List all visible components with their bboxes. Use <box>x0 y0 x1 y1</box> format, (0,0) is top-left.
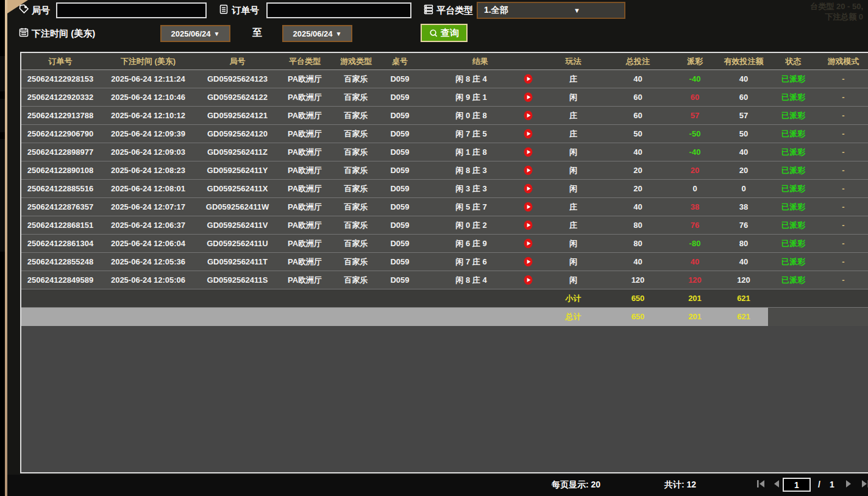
play-type-cell: 闲 <box>541 183 605 194</box>
table-no-cell: D059 <box>380 147 419 157</box>
prev-page-icon[interactable] <box>772 480 781 488</box>
play-icon[interactable] <box>523 275 533 285</box>
table-no-cell: D059 <box>380 111 419 120</box>
payout-cell: 57 <box>671 111 719 120</box>
pagination-bar: 每页显示: 20 共计: 12 / 1 <box>7 475 868 496</box>
platform-cell: PA欧洲厅 <box>278 202 332 213</box>
payout-cell: 60 <box>671 93 719 102</box>
per-page-label: 每页显示: 20 <box>552 480 600 491</box>
valid-bet-cell: 20 <box>719 166 768 175</box>
order-no-cell: 250624122855248 <box>21 257 99 266</box>
order-no-cell: 250624122928153 <box>21 74 99 83</box>
valid-bet-cell: 120 <box>719 275 768 285</box>
table-no-cell: D059 <box>380 93 419 102</box>
result-text: 闲 7 庄 5 <box>419 129 523 140</box>
game-mode-cell: - <box>819 111 868 120</box>
column-header: 游戏模式 <box>819 56 868 67</box>
game-type-cell: 百家乐 <box>332 275 380 286</box>
game-no-cell: GD05925624120 <box>197 129 278 138</box>
table-no-cell: D059 <box>380 239 419 248</box>
table-no-cell: D059 <box>380 257 419 266</box>
platform-cell: PA欧洲厅 <box>278 220 332 231</box>
game-no-cell: GD05925624122 <box>197 93 278 102</box>
game-mode-cell: - <box>819 184 868 193</box>
play-icon[interactable] <box>523 238 533 249</box>
payout-cell: 38 <box>671 202 719 211</box>
date-to-label: 至 <box>252 27 262 40</box>
result-text: 闲 0 庄 8 <box>419 110 523 121</box>
play-icon[interactable] <box>523 92 533 102</box>
payout-cell: 76 <box>671 221 719 230</box>
order-no-cell: 250624122868151 <box>21 221 99 230</box>
search-button[interactable]: 查询 <box>421 24 468 42</box>
game-mode-cell: - <box>819 257 868 266</box>
summary-payout: 201 <box>671 308 719 326</box>
game-no-cell: GD0592562411Y <box>197 166 278 175</box>
play-icon[interactable] <box>523 147 533 157</box>
date-to-picker[interactable]: 2025/06/24 ▼ <box>282 25 352 42</box>
result-text: 闲 8 庄 4 <box>419 74 523 85</box>
game-mode-cell: - <box>819 239 868 248</box>
platform-cell: PA欧洲厅 <box>278 74 332 85</box>
game-id-input[interactable] <box>56 2 207 18</box>
game-type-cell: 百家乐 <box>332 257 380 267</box>
payout-cell: 120 <box>671 275 719 285</box>
next-page-icon[interactable] <box>844 480 853 488</box>
last-page-icon[interactable] <box>861 480 868 488</box>
game-no-cell: GD0592562411S <box>197 275 278 285</box>
play-icon[interactable] <box>523 165 533 175</box>
play-icon[interactable] <box>523 202 533 212</box>
bet-time-cell: 2025-06-24 12:05:06 <box>99 275 197 285</box>
summary-label: 总计 <box>541 308 605 326</box>
status-cell: 已派彩 <box>768 257 819 267</box>
order-no-cell: 250624122885516 <box>21 184 99 193</box>
play-icon[interactable] <box>523 257 533 267</box>
result-text: 闲 0 庄 2 <box>419 220 523 231</box>
bet-time-cell: 2025-06-24 12:09:03 <box>99 147 197 157</box>
game-type-cell: 百家乐 <box>332 92 380 103</box>
column-header: 局号 <box>197 56 278 67</box>
game-no-cell: GD05925624123 <box>197 74 278 83</box>
order-no-cell: 250624122898977 <box>21 147 99 157</box>
order-no-cell: 250624122920332 <box>21 93 99 102</box>
date-from-picker[interactable]: 2025/06/24 ▼ <box>160 25 230 42</box>
app-window: 台类型 20 - 50, 下注总额 0 局号 订单号 平台类型 1.全部 ▼ <box>0 0 868 496</box>
result-cell: 闲 6 庄 9 <box>419 238 541 249</box>
bet-time-cell: 2025-06-24 12:07:17 <box>99 202 197 211</box>
play-type-cell: 庄 <box>541 74 605 85</box>
game-mode-cell: - <box>819 147 868 157</box>
platform-type-select[interactable]: 1.全部 ▼ <box>477 2 625 19</box>
status-cell: 已派彩 <box>768 147 819 158</box>
total-bet-cell: 40 <box>605 257 671 266</box>
summary-payout: 201 <box>671 294 719 303</box>
play-icon[interactable] <box>523 110 533 121</box>
calendar-icon <box>18 27 29 38</box>
valid-bet-cell: 0 <box>719 184 768 193</box>
valid-bet-cell: 76 <box>719 221 768 230</box>
summary-valid-bet: 621 <box>719 308 768 326</box>
column-header: 下注时间 (美东) <box>99 56 197 67</box>
total-bet-cell: 20 <box>605 184 671 193</box>
table-row: 2506241229137882025-06-24 12:10:12GD0592… <box>21 107 868 125</box>
play-type-cell: 闲 <box>541 275 605 286</box>
bet-time-cell: 2025-06-24 12:10:12 <box>99 111 197 120</box>
play-icon[interactable] <box>523 220 533 230</box>
result-text: 闲 9 庄 1 <box>419 92 523 103</box>
table-row: 2506241228763572025-06-24 12:07:17GD0592… <box>21 198 868 216</box>
play-type-cell: 庄 <box>541 202 605 213</box>
first-page-icon[interactable] <box>756 480 766 488</box>
table-empty-area <box>21 326 868 472</box>
play-icon[interactable] <box>523 74 533 84</box>
table-no-cell: D059 <box>380 275 419 285</box>
platform-type-label: 平台类型 <box>436 5 473 16</box>
status-cell: 已派彩 <box>768 183 819 194</box>
table-row: 2506241228681512025-06-24 12:06:37GD0592… <box>21 216 868 235</box>
total-bet-cell: 80 <box>605 221 671 230</box>
play-icon[interactable] <box>523 129 533 139</box>
status-cell: 已派彩 <box>768 110 819 121</box>
play-icon[interactable] <box>523 183 533 194</box>
page-number-input[interactable] <box>783 478 811 492</box>
result-text: 闲 5 庄 7 <box>419 202 523 213</box>
order-no-cell: 250624122890108 <box>21 166 99 175</box>
order-no-input[interactable] <box>266 2 411 18</box>
